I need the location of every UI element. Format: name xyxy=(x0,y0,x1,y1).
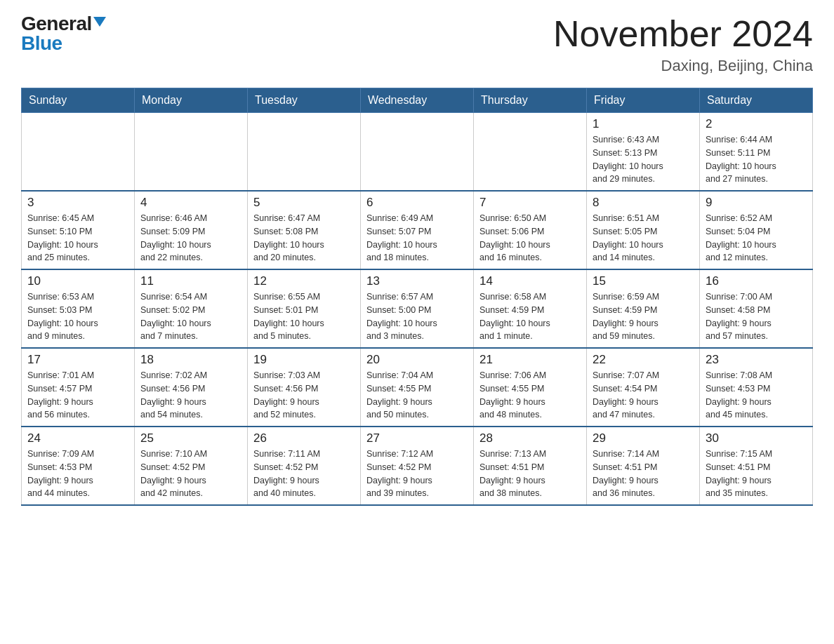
day-number: 23 xyxy=(706,353,807,367)
day-number: 16 xyxy=(706,274,807,288)
calendar-cell: 21Sunrise: 7:06 AMSunset: 4:55 PMDayligh… xyxy=(474,348,587,427)
day-header-saturday: Saturday xyxy=(700,88,813,113)
day-header-tuesday: Tuesday xyxy=(248,88,361,113)
day-info: Sunrise: 7:10 AMSunset: 4:52 PMDaylight:… xyxy=(140,448,241,500)
day-number: 4 xyxy=(140,196,241,210)
calendar-cell: 7Sunrise: 6:50 AMSunset: 5:06 PMDaylight… xyxy=(474,191,587,269)
day-number: 24 xyxy=(27,431,128,445)
day-info: Sunrise: 6:55 AMSunset: 5:01 PMDaylight:… xyxy=(253,290,355,343)
day-number: 9 xyxy=(706,196,807,210)
calendar-cell: 15Sunrise: 6:59 AMSunset: 4:59 PMDayligh… xyxy=(587,269,700,348)
calendar-cell: 2Sunrise: 6:44 AMSunset: 5:11 PMDaylight… xyxy=(700,113,813,192)
calendar-cell: 11Sunrise: 6:54 AMSunset: 5:02 PMDayligh… xyxy=(135,269,248,348)
day-info: Sunrise: 6:57 AMSunset: 5:00 PMDaylight:… xyxy=(366,290,468,343)
header-right: November 2024 Daxing, Beijing, China xyxy=(553,14,813,75)
day-header-friday: Friday xyxy=(587,88,700,113)
month-title: November 2024 xyxy=(553,14,813,54)
day-number: 1 xyxy=(593,117,694,131)
calendar-cell: 1Sunrise: 6:43 AMSunset: 5:13 PMDaylight… xyxy=(587,113,700,192)
calendar-cell: 12Sunrise: 6:55 AMSunset: 5:01 PMDayligh… xyxy=(248,269,361,348)
calendar-cell xyxy=(135,113,248,192)
calendar-cell: 25Sunrise: 7:10 AMSunset: 4:52 PMDayligh… xyxy=(135,427,248,505)
day-number: 13 xyxy=(366,274,468,288)
day-info: Sunrise: 7:09 AMSunset: 4:53 PMDaylight:… xyxy=(27,448,128,500)
day-number: 12 xyxy=(253,274,355,288)
day-number: 19 xyxy=(253,353,355,367)
logo: General Blue xyxy=(21,14,106,53)
calendar-week-row: 3Sunrise: 6:45 AMSunset: 5:10 PMDaylight… xyxy=(22,191,813,269)
calendar-week-row: 17Sunrise: 7:01 AMSunset: 4:57 PMDayligh… xyxy=(22,348,813,427)
calendar-cell: 20Sunrise: 7:04 AMSunset: 4:55 PMDayligh… xyxy=(361,348,474,427)
calendar-cell: 8Sunrise: 6:51 AMSunset: 5:05 PMDaylight… xyxy=(587,191,700,269)
calendar-cell: 24Sunrise: 7:09 AMSunset: 4:53 PMDayligh… xyxy=(22,427,135,505)
calendar-cell xyxy=(361,113,474,192)
calendar-cell: 19Sunrise: 7:03 AMSunset: 4:56 PMDayligh… xyxy=(248,348,361,427)
day-header-wednesday: Wednesday xyxy=(361,88,474,113)
day-info: Sunrise: 7:02 AMSunset: 4:56 PMDaylight:… xyxy=(140,369,241,422)
location-subtitle: Daxing, Beijing, China xyxy=(553,57,813,75)
day-number: 6 xyxy=(366,196,468,210)
day-number: 5 xyxy=(253,196,355,210)
day-info: Sunrise: 7:06 AMSunset: 4:55 PMDaylight:… xyxy=(479,369,581,422)
day-number: 28 xyxy=(479,431,581,445)
day-number: 20 xyxy=(366,353,468,367)
day-info: Sunrise: 7:01 AMSunset: 4:57 PMDaylight:… xyxy=(27,369,128,422)
day-number: 15 xyxy=(593,274,694,288)
day-info: Sunrise: 6:45 AMSunset: 5:10 PMDaylight:… xyxy=(27,212,128,264)
day-number: 2 xyxy=(706,117,807,131)
day-number: 3 xyxy=(27,196,128,210)
calendar-cell xyxy=(248,113,361,192)
day-number: 17 xyxy=(27,353,128,367)
day-number: 11 xyxy=(140,274,241,288)
day-number: 22 xyxy=(593,353,694,367)
day-number: 8 xyxy=(593,196,694,210)
day-info: Sunrise: 6:54 AMSunset: 5:02 PMDaylight:… xyxy=(140,290,241,343)
day-number: 25 xyxy=(140,431,241,445)
day-info: Sunrise: 6:44 AMSunset: 5:11 PMDaylight:… xyxy=(706,133,807,186)
page-header: General Blue November 2024 Daxing, Beiji… xyxy=(21,14,813,75)
day-info: Sunrise: 7:03 AMSunset: 4:56 PMDaylight:… xyxy=(253,369,355,422)
day-number: 18 xyxy=(140,353,241,367)
calendar-cell: 16Sunrise: 7:00 AMSunset: 4:58 PMDayligh… xyxy=(700,269,813,348)
calendar-cell xyxy=(22,113,135,192)
day-header-sunday: Sunday xyxy=(22,88,135,113)
day-info: Sunrise: 7:13 AMSunset: 4:51 PMDaylight:… xyxy=(479,448,581,500)
day-info: Sunrise: 7:08 AMSunset: 4:53 PMDaylight:… xyxy=(706,369,807,422)
day-info: Sunrise: 7:07 AMSunset: 4:54 PMDaylight:… xyxy=(593,369,694,422)
day-info: Sunrise: 6:43 AMSunset: 5:13 PMDaylight:… xyxy=(593,133,694,186)
calendar-cell: 10Sunrise: 6:53 AMSunset: 5:03 PMDayligh… xyxy=(22,269,135,348)
logo-general-text: General xyxy=(21,14,92,34)
day-info: Sunrise: 6:50 AMSunset: 5:06 PMDaylight:… xyxy=(479,212,581,264)
calendar-cell: 9Sunrise: 6:52 AMSunset: 5:04 PMDaylight… xyxy=(700,191,813,269)
day-number: 29 xyxy=(593,431,694,445)
day-info: Sunrise: 6:52 AMSunset: 5:04 PMDaylight:… xyxy=(706,212,807,264)
calendar-week-row: 10Sunrise: 6:53 AMSunset: 5:03 PMDayligh… xyxy=(22,269,813,348)
day-info: Sunrise: 6:58 AMSunset: 4:59 PMDaylight:… xyxy=(479,290,581,343)
calendar-cell: 28Sunrise: 7:13 AMSunset: 4:51 PMDayligh… xyxy=(474,427,587,505)
day-number: 21 xyxy=(479,353,581,367)
calendar-cell: 27Sunrise: 7:12 AMSunset: 4:52 PMDayligh… xyxy=(361,427,474,505)
day-number: 7 xyxy=(479,196,581,210)
day-info: Sunrise: 7:00 AMSunset: 4:58 PMDaylight:… xyxy=(706,290,807,343)
day-number: 30 xyxy=(706,431,807,445)
calendar-cell xyxy=(474,113,587,192)
day-info: Sunrise: 6:53 AMSunset: 5:03 PMDaylight:… xyxy=(27,290,128,343)
calendar-table: SundayMondayTuesdayWednesdayThursdayFrid… xyxy=(21,88,813,506)
calendar-cell: 17Sunrise: 7:01 AMSunset: 4:57 PMDayligh… xyxy=(22,348,135,427)
calendar-cell: 30Sunrise: 7:15 AMSunset: 4:51 PMDayligh… xyxy=(700,427,813,505)
day-info: Sunrise: 7:12 AMSunset: 4:52 PMDaylight:… xyxy=(366,448,468,500)
calendar-header-row: SundayMondayTuesdayWednesdayThursdayFrid… xyxy=(22,88,813,113)
calendar-cell: 26Sunrise: 7:11 AMSunset: 4:52 PMDayligh… xyxy=(248,427,361,505)
day-info: Sunrise: 6:59 AMSunset: 4:59 PMDaylight:… xyxy=(593,290,694,343)
logo-blue-text: Blue xyxy=(21,34,62,53)
calendar-cell: 13Sunrise: 6:57 AMSunset: 5:00 PMDayligh… xyxy=(361,269,474,348)
day-info: Sunrise: 6:46 AMSunset: 5:09 PMDaylight:… xyxy=(140,212,241,264)
day-info: Sunrise: 7:04 AMSunset: 4:55 PMDaylight:… xyxy=(366,369,468,422)
day-info: Sunrise: 6:51 AMSunset: 5:05 PMDaylight:… xyxy=(593,212,694,264)
day-info: Sunrise: 7:15 AMSunset: 4:51 PMDaylight:… xyxy=(706,448,807,500)
calendar-cell: 6Sunrise: 6:49 AMSunset: 5:07 PMDaylight… xyxy=(361,191,474,269)
calendar-week-row: 24Sunrise: 7:09 AMSunset: 4:53 PMDayligh… xyxy=(22,427,813,505)
day-number: 10 xyxy=(27,274,128,288)
calendar-cell: 22Sunrise: 7:07 AMSunset: 4:54 PMDayligh… xyxy=(587,348,700,427)
calendar-week-row: 1Sunrise: 6:43 AMSunset: 5:13 PMDaylight… xyxy=(22,113,813,192)
